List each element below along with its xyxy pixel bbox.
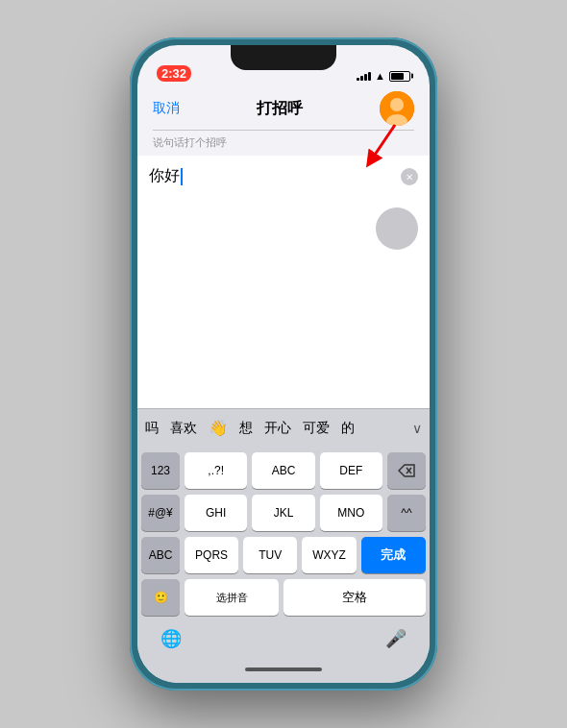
svg-point-1 xyxy=(390,98,404,111)
key-backspace[interactable] xyxy=(387,452,426,489)
home-indicator xyxy=(141,660,426,679)
keyboard: 123 ,.?! ABC DEF #@¥ GHI JKL MNO ^^ xyxy=(137,447,430,683)
phone-frame: 2:32 ▲ 取消 打招呼 xyxy=(130,37,437,691)
pred-item-3[interactable]: 想 xyxy=(239,420,253,437)
key-pinyin[interactable]: 选拼音 xyxy=(185,579,279,616)
key-123[interactable]: 123 xyxy=(141,452,180,489)
voice-circle-button[interactable] xyxy=(376,207,418,250)
content-area xyxy=(137,198,430,408)
battery-icon xyxy=(389,71,410,82)
nav-title: 打招呼 xyxy=(257,99,303,119)
key-mno[interactable]: MNO xyxy=(320,495,382,531)
key-done-right[interactable]: 完成 xyxy=(361,537,426,573)
cancel-button[interactable]: 取消 xyxy=(153,100,180,117)
phone-screen: 2:32 ▲ 取消 打招呼 xyxy=(137,45,430,683)
key-row-3: ABC PQRS TUV WXYZ 完成 xyxy=(141,537,426,573)
hint-text: 说句话打个招呼 xyxy=(153,136,227,148)
signal-icon xyxy=(357,71,371,81)
avatar[interactable] xyxy=(380,91,414,126)
backspace-icon xyxy=(398,464,415,477)
key-abc-row1[interactable]: ABC xyxy=(252,452,314,489)
key-wxyz[interactable]: WXYZ xyxy=(302,537,356,573)
globe-icon[interactable]: 🌐 xyxy=(160,628,182,649)
avatar-container xyxy=(380,91,414,126)
key-pqrs[interactable]: PQRS xyxy=(185,537,238,573)
input-text: 你好 xyxy=(149,167,180,183)
status-time: 2:32 xyxy=(157,65,191,82)
notch xyxy=(231,45,336,70)
key-tuv[interactable]: TUV xyxy=(243,537,297,573)
avatar-image xyxy=(380,91,414,126)
key-caps[interactable]: ^^ xyxy=(387,495,426,531)
wifi-icon: ▲ xyxy=(375,70,385,82)
key-punct[interactable]: ,.?! xyxy=(185,452,247,489)
key-emoji[interactable]: 🙂 xyxy=(141,579,180,616)
hint-bar: 说句话打个招呼 xyxy=(137,131,430,156)
input-cursor xyxy=(181,168,183,185)
pred-item-6[interactable]: 的 xyxy=(341,420,355,437)
mic-icon[interactable]: 🎤 xyxy=(385,628,407,649)
key-row-1: 123 ,.?! ABC DEF xyxy=(141,452,426,489)
pred-item-5[interactable]: 可爱 xyxy=(303,420,330,437)
input-field[interactable]: 你好 xyxy=(149,165,401,188)
pred-item-2[interactable]: 👋 xyxy=(209,419,228,437)
predictive-bar: 吗 喜欢 👋 想 开心 可爱 的 ∨ xyxy=(137,408,430,447)
key-row-2: #@¥ GHI JKL MNO ^^ xyxy=(141,495,426,531)
pred-item-0[interactable]: 吗 xyxy=(145,420,159,437)
key-ghi[interactable]: GHI xyxy=(185,495,247,531)
status-icons: ▲ xyxy=(357,70,410,82)
pred-item-4[interactable]: 开心 xyxy=(264,420,291,437)
key-space[interactable]: 空格 xyxy=(284,579,426,616)
emoji-icon: 🙂 xyxy=(154,591,168,604)
input-area[interactable]: 你好 ✕ xyxy=(137,156,430,198)
key-row-4: 🙂 选拼音 空格 xyxy=(141,579,426,616)
home-bar xyxy=(245,667,322,671)
bottom-bar: 🌐 🎤 xyxy=(141,621,426,660)
key-jkl[interactable]: JKL xyxy=(252,495,314,531)
predictive-items: 吗 喜欢 👋 想 开心 可爱 的 xyxy=(145,419,355,437)
nav-bar: 取消 打招呼 xyxy=(137,87,430,130)
key-abc-mode[interactable]: ABC xyxy=(141,537,180,573)
pred-item-1[interactable]: 喜欢 xyxy=(170,420,197,437)
clear-button[interactable]: ✕ xyxy=(401,168,418,185)
key-def[interactable]: DEF xyxy=(320,452,382,489)
expand-icon[interactable]: ∨ xyxy=(412,421,422,436)
key-symbols[interactable]: #@¥ xyxy=(141,495,180,531)
